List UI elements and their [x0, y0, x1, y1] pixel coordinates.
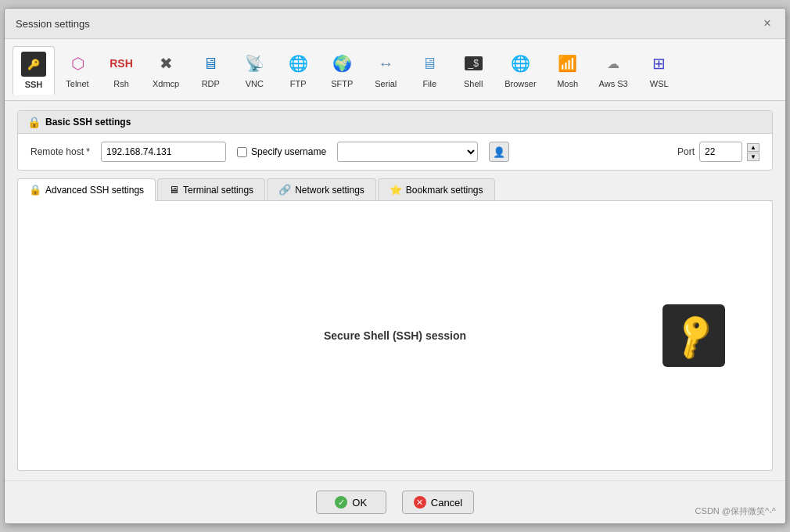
- telnet-label: Telnet: [66, 79, 88, 88]
- file-icon: 🖥: [417, 51, 442, 76]
- bottom-bar: ✓ OK ✕ Cancel CSDN @保持微笑^-^: [5, 480, 785, 523]
- proto-tab-mosh[interactable]: 📶 Mosh: [547, 45, 589, 94]
- serial-icon: ↔: [373, 51, 398, 76]
- ssh-description: Secure Shell (SSH) session: [324, 329, 466, 342]
- specify-username-label: Specify username: [251, 146, 326, 157]
- ftp-icon: 🌐: [285, 51, 311, 76]
- close-button[interactable]: ×: [760, 16, 774, 31]
- cancel-icon: ✕: [414, 496, 426, 509]
- watermark: CSDN @保持微笑^-^: [695, 505, 776, 517]
- rsh-label: Rsh: [113, 79, 129, 88]
- proto-tab-sftp[interactable]: 🌍 SFTP: [321, 45, 363, 94]
- proto-tab-rdp[interactable]: 🖥 RDP: [189, 45, 232, 94]
- port-up-button[interactable]: ▲: [747, 143, 759, 152]
- sftp-icon: 🌍: [329, 51, 354, 76]
- ok-label: OK: [352, 497, 367, 509]
- shell-label: Shell: [464, 79, 483, 88]
- proto-tab-rsh[interactable]: RSH Rsh: [100, 45, 142, 94]
- tab-network[interactable]: 🔗 Network settings: [267, 178, 376, 200]
- protocol-tabs: 🔑 SSH ⬡ Telnet RSH Rsh ✖ Xdmcp 🖥 RDP 📡 V…: [5, 39, 785, 101]
- xdmcp-icon: ✖: [153, 51, 178, 76]
- user-icon: 👤: [493, 146, 505, 158]
- network-icon: 🔗: [278, 184, 291, 196]
- proto-tab-file[interactable]: 🖥 File: [408, 45, 451, 94]
- ssh-label: SSH: [25, 80, 43, 89]
- content-area: 🔒 Basic SSH settings Remote host * Speci…: [5, 101, 785, 480]
- session-settings-dialog: Session settings × 🔑 SSH ⬡ Telnet RSH Rs…: [4, 8, 786, 524]
- file-label: File: [422, 79, 436, 88]
- basic-ssh-header-icon: 🔒: [27, 116, 41, 128]
- telnet-icon: ⬡: [65, 51, 90, 76]
- wsl-label: WSL: [650, 79, 669, 88]
- basic-ssh-body: Remote host * Specify username 👤 Port: [18, 134, 772, 170]
- vnc-label: VNC: [246, 79, 264, 88]
- proto-tab-ssh[interactable]: 🔑 SSH: [13, 46, 55, 95]
- rdp-label: RDP: [202, 79, 220, 88]
- proto-tab-awss3[interactable]: ☁ Aws S3: [591, 45, 637, 94]
- bookmark-icon: ⭐: [390, 184, 402, 196]
- proto-tab-wsl[interactable]: ⊞ WSL: [638, 45, 680, 94]
- awss3-icon: ☁: [601, 51, 626, 76]
- port-input[interactable]: [699, 142, 742, 162]
- port-label: Port: [677, 146, 695, 157]
- proto-tab-shell[interactable]: _$ Shell: [452, 45, 494, 94]
- bookmark-label: Bookmark settings: [406, 185, 483, 196]
- proto-tab-vnc[interactable]: 📡 VNC: [233, 45, 275, 94]
- vnc-icon: 📡: [242, 51, 267, 76]
- tab-advanced-ssh[interactable]: 🔒 Advanced SSH settings: [17, 178, 156, 201]
- tab-bookmark[interactable]: ⭐ Bookmark settings: [378, 178, 495, 200]
- remote-host-label: Remote host *: [31, 146, 90, 157]
- basic-ssh-box: 🔒 Basic SSH settings Remote host * Speci…: [17, 110, 773, 171]
- terminal-icon: 🖥: [169, 184, 179, 196]
- proto-tab-browser[interactable]: 🌐 Browser: [496, 45, 544, 94]
- port-spinners: ▲ ▼: [747, 143, 759, 161]
- proto-tab-xdmcp[interactable]: ✖ Xdmcp: [144, 45, 188, 94]
- ftp-label: FTP: [290, 79, 307, 88]
- port-down-button[interactable]: ▼: [747, 153, 759, 161]
- proto-tab-serial[interactable]: ↔ Serial: [364, 45, 407, 94]
- port-group: Port ▲ ▼: [677, 142, 759, 162]
- awss3-label: Aws S3: [599, 79, 628, 88]
- sftp-label: SFTP: [331, 79, 353, 88]
- cancel-button[interactable]: ✕ Cancel: [402, 491, 474, 514]
- terminal-label: Terminal settings: [183, 185, 253, 196]
- basic-ssh-header: 🔒 Basic SSH settings: [18, 111, 772, 134]
- ssh-key-image: 🔑: [663, 304, 725, 367]
- title-bar: Session settings ×: [5, 9, 785, 39]
- ok-icon: ✓: [335, 496, 347, 509]
- ok-button[interactable]: ✓ OK: [316, 491, 386, 514]
- specify-username-checkbox[interactable]: [237, 147, 247, 157]
- browser-icon: 🌐: [508, 51, 533, 76]
- xdmcp-label: Xdmcp: [153, 79, 179, 88]
- advanced-ssh-icon: 🔒: [29, 184, 41, 196]
- network-label: Network settings: [295, 185, 364, 196]
- specify-username-checkbox-label[interactable]: Specify username: [237, 146, 326, 157]
- basic-ssh-title: Basic SSH settings: [45, 117, 131, 128]
- lower-section: 🔒 Advanced SSH settings 🖥 Terminal setti…: [17, 178, 773, 471]
- proto-tab-ftp[interactable]: 🌐 FTP: [277, 45, 319, 94]
- lower-tabs: 🔒 Advanced SSH settings 🖥 Terminal setti…: [17, 178, 773, 201]
- rsh-icon: RSH: [109, 51, 134, 76]
- mosh-icon: 📶: [555, 51, 580, 76]
- tab-terminal[interactable]: 🖥 Terminal settings: [157, 178, 265, 200]
- cancel-label: Cancel: [431, 497, 462, 509]
- mosh-label: Mosh: [557, 79, 578, 88]
- main-panel: Secure Shell (SSH) session 🔑: [17, 201, 773, 471]
- key-icon: 🔑: [666, 309, 721, 362]
- dialog-title: Session settings: [16, 18, 90, 30]
- username-select[interactable]: [337, 142, 478, 162]
- ssh-icon: 🔑: [21, 52, 46, 77]
- browser-label: Browser: [505, 79, 536, 88]
- advanced-ssh-label: Advanced SSH settings: [45, 185, 144, 196]
- wsl-icon: ⊞: [647, 51, 672, 76]
- rdp-icon: 🖥: [198, 51, 223, 76]
- user-icon-button[interactable]: 👤: [489, 142, 509, 162]
- proto-tab-telnet[interactable]: ⬡ Telnet: [56, 45, 99, 94]
- remote-host-input[interactable]: [101, 142, 226, 162]
- shell-icon: _$: [461, 51, 486, 76]
- serial-label: Serial: [375, 79, 397, 88]
